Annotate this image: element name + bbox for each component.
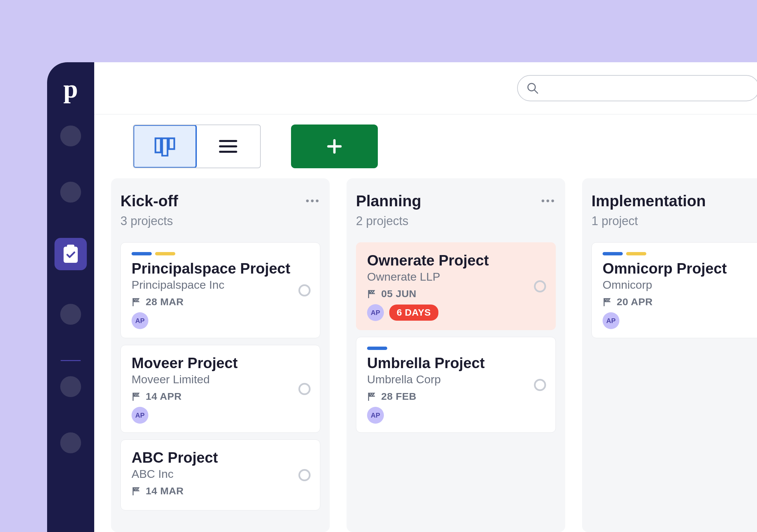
card-owner-row: AP (603, 312, 757, 329)
card-org: Moveer Limited (132, 373, 309, 386)
project-card[interactable]: Umbrella ProjectUmbrella Corp28 FEBAP (356, 337, 556, 433)
svg-point-26 (137, 488, 137, 489)
card-labels (367, 347, 545, 350)
flag-icon (132, 297, 141, 307)
svg-point-35 (370, 394, 371, 394)
owner-avatar[interactable]: AP (603, 312, 619, 329)
svg-point-36 (372, 394, 373, 394)
add-project-button[interactable] (291, 125, 378, 168)
card-date: 05 JUN (381, 288, 417, 299)
card-date-row: 28 MAR (132, 296, 309, 308)
board-view-button[interactable] (133, 125, 197, 168)
label-pip (603, 252, 623, 255)
sidebar-nav-item-5[interactable] (60, 376, 81, 397)
svg-rect-14 (133, 298, 134, 306)
column-title: Planning (356, 192, 421, 210)
sidebar-nav-item-6[interactable] (60, 432, 81, 453)
svg-point-28 (138, 490, 138, 490)
flag-icon (367, 392, 376, 401)
svg-point-18 (138, 300, 138, 301)
flag-icon (603, 297, 612, 307)
svg-point-17 (136, 300, 136, 301)
sidebar: p (47, 62, 94, 532)
owner-avatar[interactable]: AP (367, 407, 384, 424)
project-card[interactable]: Omnicorp ProjectOmnicorp20 APRAP (591, 242, 757, 338)
flag-icon (132, 486, 141, 496)
owner-avatar[interactable]: AP (132, 407, 148, 424)
status-toggle[interactable] (534, 280, 546, 292)
owner-avatar[interactable]: AP (132, 312, 148, 329)
svg-point-42 (607, 300, 607, 301)
card-date: 28 MAR (146, 296, 184, 308)
project-card[interactable]: ABC ProjectABC Inc14 MAR (120, 439, 320, 510)
card-owner-row: AP (367, 407, 545, 424)
card-labels (603, 252, 757, 255)
column-more-button[interactable]: ••• (305, 192, 320, 207)
kanban-board: Kick-off•••3 projectsPrincipalspace Proj… (94, 178, 757, 532)
svg-point-43 (609, 300, 609, 301)
column-subtitle: 2 projects (356, 214, 556, 228)
sidebar-nav-item-2[interactable] (60, 182, 81, 203)
column-subtitle: 1 project (591, 214, 757, 228)
card-date-row: 20 APR (603, 296, 757, 308)
card-org: Ownerate LLP (367, 270, 545, 283)
app-frame: p (47, 62, 757, 532)
search-icon (526, 82, 539, 95)
flag-icon (367, 289, 376, 298)
card-labels (132, 252, 309, 255)
svg-point-41 (608, 299, 608, 300)
column-more-button[interactable]: ••• (541, 192, 556, 207)
svg-point-21 (137, 394, 137, 394)
app-logo[interactable]: p (63, 76, 78, 102)
project-card[interactable]: Ownerate ProjectOwnerate LLP05 JUNAP6 DA… (356, 242, 556, 330)
status-toggle[interactable] (298, 284, 311, 296)
card-date: 14 APR (146, 391, 182, 402)
svg-rect-24 (133, 487, 134, 495)
sidebar-divider (61, 360, 81, 361)
svg-point-30 (370, 291, 371, 292)
board-icon (154, 136, 176, 156)
card-owner-row: AP (132, 407, 309, 424)
project-card[interactable]: Moveer ProjectMoveer Limited14 APRAP (120, 345, 320, 433)
status-toggle[interactable] (298, 383, 311, 395)
card-org: ABC Inc (132, 467, 309, 481)
svg-rect-34 (368, 393, 369, 401)
card-title: Principalspace Project (132, 260, 309, 277)
owner-avatar[interactable]: AP (367, 304, 384, 321)
list-icon (219, 138, 238, 154)
board-column: Planning•••2 projectsOwnerate ProjectOwn… (347, 178, 565, 532)
svg-rect-6 (155, 138, 161, 152)
svg-point-23 (138, 395, 138, 396)
status-toggle[interactable] (534, 379, 546, 391)
svg-point-22 (136, 395, 136, 396)
svg-rect-29 (368, 290, 369, 298)
card-owner-row: AP6 DAYS (367, 304, 545, 321)
sidebar-nav-projects[interactable] (55, 238, 87, 270)
card-title: Omnicorp Project (603, 260, 757, 277)
svg-point-15 (135, 299, 135, 300)
card-title: ABC Project (132, 449, 309, 466)
label-pip (132, 252, 152, 255)
search-input[interactable] (517, 75, 757, 101)
card-date-row: 14 APR (132, 391, 309, 402)
clipboard-check-icon (62, 245, 79, 263)
label-pip (626, 252, 646, 255)
status-toggle[interactable] (298, 469, 311, 481)
svg-point-40 (606, 299, 606, 300)
card-title: Moveer Project (132, 355, 309, 371)
sidebar-nav-item-4[interactable] (60, 304, 81, 325)
column-title: Kick-off (120, 192, 178, 210)
svg-point-20 (135, 394, 135, 394)
label-pip (367, 347, 387, 350)
main-area: Kick-off•••3 projectsPrincipalspace Proj… (94, 62, 757, 532)
svg-point-25 (135, 488, 135, 489)
sidebar-nav-item-1[interactable] (60, 126, 81, 146)
svg-rect-1 (67, 245, 74, 249)
svg-rect-8 (169, 138, 174, 149)
list-view-button[interactable] (196, 125, 260, 168)
project-card[interactable]: Principalspace ProjectPrincipalspace Inc… (120, 242, 320, 338)
svg-point-38 (373, 395, 374, 396)
svg-point-37 (371, 395, 372, 396)
board-column: Implementation1 projectOmnicorp ProjectO… (582, 178, 757, 532)
board-column: Kick-off•••3 projectsPrincipalspace Proj… (111, 178, 330, 532)
